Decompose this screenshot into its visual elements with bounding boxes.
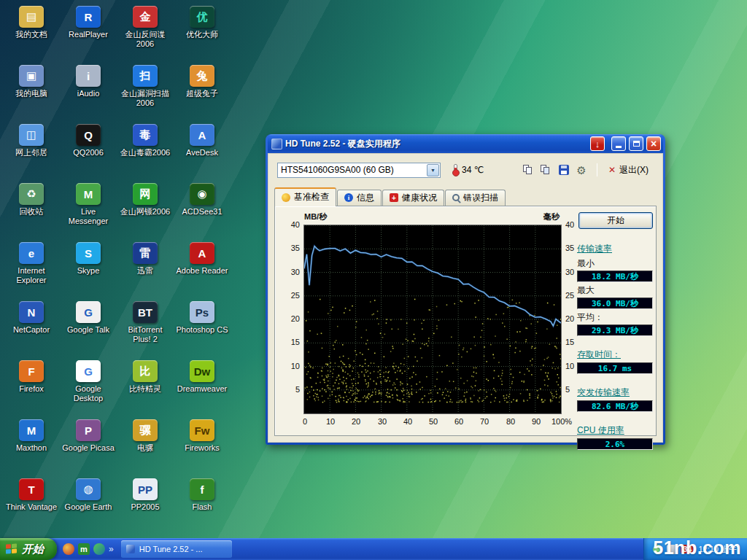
options-button[interactable]: ⚙ bbox=[573, 162, 589, 178]
minimize-button[interactable] bbox=[611, 136, 626, 151]
desktop-icon-realplayer[interactable]: RRealPlayer bbox=[60, 3, 117, 62]
desktop-icon-recycle-bin[interactable]: ♻回收站 bbox=[3, 180, 60, 239]
desktop-icon-skype[interactable]: SSkype bbox=[60, 239, 117, 298]
desktop-icon-qq2006[interactable]: QQQ2006 bbox=[60, 121, 117, 180]
desktop-icon-acdsee31[interactable]: ◉ACDSee31 bbox=[174, 180, 231, 239]
desktop-icon-label: 超级兔子 bbox=[186, 89, 218, 98]
desktop-icon-kingsoft-antispy-2006[interactable]: 金金山反间谍2006 bbox=[117, 3, 174, 62]
tab-health[interactable]: +健康状况 bbox=[382, 190, 444, 206]
desktop-icon-pp2005[interactable]: PPPP2005 bbox=[117, 475, 174, 534]
desktop-icon-avedesk[interactable]: AAveDesk bbox=[174, 121, 231, 180]
copy-text-button[interactable] bbox=[538, 162, 554, 178]
desktop-icon-think-vantage[interactable]: TThink Vantage bbox=[3, 475, 60, 534]
desktop-icon-super-rabbit[interactable]: 兔超级兔子 bbox=[174, 62, 231, 121]
x-tick: 20 bbox=[344, 417, 368, 426]
desktop-icon-google-talk[interactable]: GGoogle Talk bbox=[60, 298, 117, 357]
x-tick: 100% bbox=[549, 417, 574, 426]
tab-bar: 基准检查i信息+健康状况错误扫描 bbox=[274, 187, 506, 206]
dreamweaver-icon: Dw bbox=[190, 360, 214, 382]
quicklaunch-icon-3[interactable] bbox=[93, 543, 105, 555]
desktop-icon-maxthon[interactable]: MMaxthon bbox=[3, 416, 60, 475]
titlebar[interactable]: HD Tune 2.52 - 硬盘实用程序 ↓ × bbox=[268, 134, 663, 153]
desktop-icon-flash[interactable]: fFlash bbox=[174, 475, 231, 534]
desktop-icon-bitspirit[interactable]: 比比特精灵 bbox=[117, 357, 174, 416]
desktop-icon-google-picasa[interactable]: PGoogle Picasa bbox=[60, 416, 117, 475]
start-button[interactable]: 开始 bbox=[0, 538, 57, 560]
desktop-icon-label: Think Vantage bbox=[6, 502, 57, 512]
adobe-reader-icon: A bbox=[190, 242, 214, 264]
kingsoft-netguard-2006-icon: 网 bbox=[133, 183, 158, 205]
maximize-button[interactable] bbox=[629, 136, 643, 151]
right-axis-label: 毫秒 bbox=[543, 211, 560, 222]
window-title: HD Tune 2.52 - 硬盘实用程序 bbox=[285, 138, 400, 150]
desktop-icon-youhua-dashi[interactable]: 优优化大师 bbox=[174, 3, 231, 62]
drive-select-value: HTS541060G9SA00 (60 GB) bbox=[278, 165, 427, 175]
desktop-icon-adobe-reader[interactable]: AAdobe Reader bbox=[174, 239, 231, 298]
desktop-icon-kingsoft-duba-2006[interactable]: 毒金山毒霸2006 bbox=[117, 121, 174, 180]
desktop-icon-live-messenger[interactable]: MLive Messenger bbox=[60, 180, 117, 239]
copy-text-icon bbox=[541, 165, 551, 176]
quicklaunch-icon-2[interactable]: m bbox=[78, 543, 90, 555]
y-tick-left: 35 bbox=[282, 244, 300, 252]
close-button[interactable]: × bbox=[646, 136, 661, 151]
tab-info[interactable]: i信息 bbox=[337, 190, 382, 206]
stat-value: 36.0 MB/秒 bbox=[577, 298, 653, 309]
desktop-icon-my-computer[interactable]: ▣我的电脑 bbox=[3, 62, 60, 121]
desktop-icon-network-places[interactable]: ◫网上邻居 bbox=[3, 121, 60, 180]
chevron-down-icon[interactable]: ▼ bbox=[427, 164, 439, 176]
benchmark-icon bbox=[282, 193, 290, 202]
desktop-icon-netcaptor[interactable]: NNetCaptor bbox=[3, 298, 60, 357]
desktop-icon-dreamweaver[interactable]: DwDreamweaver bbox=[174, 357, 231, 416]
live-messenger-icon: M bbox=[76, 183, 101, 205]
quick-launch: m » bbox=[57, 538, 120, 560]
stat-value: 2.6% bbox=[577, 438, 653, 450]
tray-icon-1[interactable] bbox=[653, 545, 662, 554]
desktop-icon-my-documents[interactable]: ▤我的文档 bbox=[3, 3, 60, 62]
network-places-icon: ◫ bbox=[19, 124, 44, 146]
desktop-icon-xunlei[interactable]: 雷迅雷 bbox=[117, 239, 174, 298]
desktop-icon-iaudio[interactable]: iiAudio bbox=[60, 62, 117, 121]
desktop-icon-google-earth[interactable]: ◍Google Earth bbox=[60, 475, 117, 534]
stat-label: 最大 bbox=[577, 284, 656, 297]
drive-select[interactable]: HTS541060G9SA00 (60 GB) ▼ bbox=[277, 163, 441, 178]
desktop-icon-firefox[interactable]: FFirefox bbox=[3, 357, 60, 416]
exit-button[interactable]: ✕ 退出(X) bbox=[603, 162, 654, 179]
desktop-icon-label: Fireworks bbox=[185, 443, 220, 453]
desktop-icon-label: 网上邻居 bbox=[15, 148, 47, 158]
desktop-icon-google-desktop[interactable]: GGoogle Desktop bbox=[60, 357, 117, 416]
desktop-icon-photoshop-cs[interactable]: PsPhotoshop CS bbox=[174, 298, 231, 357]
desktop-icon-label: Google Talk bbox=[67, 325, 109, 335]
flash-icon: f bbox=[190, 478, 214, 500]
google-desktop-icon: G bbox=[76, 360, 101, 382]
desktop-icon-kingsoft-scan-2006[interactable]: 扫金山漏洞扫描2006 bbox=[117, 62, 174, 121]
tray-icon-2[interactable] bbox=[667, 545, 676, 554]
taskbar-item-hdtune[interactable]: HD Tune 2.52 - ... bbox=[121, 540, 232, 558]
windows-flag-icon bbox=[6, 543, 18, 554]
stat-header: 传输速率 bbox=[577, 243, 656, 255]
desktop-icon-kingsoft-netguard-2006[interactable]: 网金山网镖2006 bbox=[117, 180, 174, 239]
stat-spacer bbox=[577, 338, 656, 345]
desktop-icon-label: 电骡 bbox=[137, 443, 153, 453]
desktop-icon-emule[interactable]: 骡电骡 bbox=[117, 416, 174, 475]
tray-temperature[interactable]: 34 bbox=[681, 545, 694, 553]
save-button[interactable] bbox=[556, 162, 572, 178]
tab-benchmark[interactable]: 基准检查 bbox=[274, 187, 336, 206]
desktop-icon-label: 金山反间谍2006 bbox=[118, 30, 172, 48]
download-arrow-button[interactable]: ↓ bbox=[590, 136, 605, 151]
y-tick-left: 40 bbox=[282, 220, 300, 229]
copy-screenshot-button[interactable] bbox=[521, 162, 537, 178]
desktop-icon-bittorrent-plus-2[interactable]: BTBitTorrent Plus! 2 bbox=[117, 298, 174, 357]
tab-scan[interactable]: 错误扫描 bbox=[445, 190, 506, 206]
copy-icon bbox=[523, 165, 534, 176]
desktop-icon-fireworks[interactable]: FwFireworks bbox=[174, 416, 231, 475]
start-benchmark-button[interactable]: 开始 bbox=[578, 212, 653, 229]
down-arrow-icon: ↓ bbox=[595, 139, 600, 149]
x-tick: 80 bbox=[498, 417, 523, 426]
maxthon-icon: M bbox=[19, 419, 44, 441]
desktop-icon-label: AveDesk bbox=[186, 148, 218, 158]
desktop-icon-internet-explorer[interactable]: eInternet Explorer bbox=[3, 239, 60, 298]
quicklaunch-icon-1[interactable] bbox=[63, 543, 74, 555]
kingsoft-duba-2006-icon: 毒 bbox=[133, 124, 158, 146]
desktop-icon-label: NetCaptor bbox=[13, 325, 50, 335]
quicklaunch-overflow-chevron[interactable]: » bbox=[109, 544, 114, 554]
